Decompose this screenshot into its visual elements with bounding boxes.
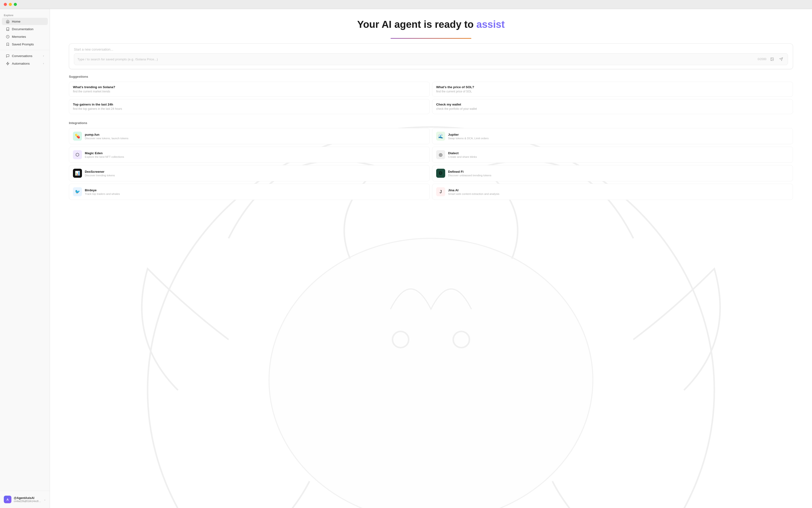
maximize-button[interactable] [14, 3, 17, 6]
integration-desc: Track top traders and whales [85, 193, 426, 195]
integration-icon-pump: 💊 [73, 132, 82, 141]
automations-label: Automations [12, 62, 30, 65]
integration-icon-magic-eden: ⬡ [73, 150, 82, 159]
suggestions-label: Suggestions [69, 75, 793, 78]
suggestion-desc: check the portfolio of your wallet [436, 107, 789, 111]
integration-icon-birdeye: 🐦 [73, 187, 82, 196]
integration-card-defined-fi[interactable]: Ð Defined Fi Discover unbiassed trending… [432, 165, 793, 181]
integration-name: Magic Eden [85, 151, 426, 155]
sidebar: Explore Home Documentation [0, 9, 50, 508]
suggestion-card[interactable]: What's the price of SOL? find the curren… [432, 82, 793, 97]
integration-card-dexscreener[interactable]: 📊 DexScreener Discover trending tokens [69, 165, 430, 181]
gradient-bar [391, 38, 471, 39]
integration-desc: Discover unbiassed trending tokens [448, 174, 789, 177]
suggestion-card[interactable]: What's trending on Solana? find the curr… [69, 82, 430, 97]
integration-icon-defined-fi: Ð [436, 169, 445, 178]
suggestion-desc: find the current market trends [73, 90, 426, 93]
conversation-placeholder: Start a new conversation... [74, 47, 788, 51]
memories-label: Memories [12, 35, 26, 39]
suggestion-title: Check my wallet [436, 103, 789, 106]
automations-icon [6, 61, 9, 65]
integration-desc: Create and share blinks [448, 156, 789, 158]
integration-card-magic-eden[interactable]: ⬡ Magic Eden Explore the best NFT collec… [69, 146, 430, 163]
user-chevron-icon: ⌄ [44, 498, 46, 501]
suggestion-title: What's the price of SOL? [436, 85, 789, 89]
integration-name: Birdeye [85, 188, 426, 192]
char-count: 0/2000 [758, 57, 766, 61]
integrations-grid: 💊 pump.fun Discover new tokens, launch t… [69, 128, 793, 200]
user-id: cm6a226qf01bh14nc88u... [14, 500, 41, 503]
home-icon [6, 19, 9, 23]
conversation-input-wrapper: Start a new conversation... 0/2000 [69, 43, 793, 69]
integration-card-dialect[interactable]: ◎ Dialect Create and share blinks [432, 146, 793, 163]
title-bar [0, 0, 812, 9]
integration-name: DexScreener [85, 170, 426, 173]
integration-name: Dialect [448, 151, 789, 155]
automations-arrow-icon: › [43, 62, 44, 65]
sidebar-item-documentation[interactable]: Documentation [2, 26, 48, 33]
integration-name: Defined Fi [448, 170, 789, 173]
bookmark-icon [6, 42, 9, 46]
conversations-icon [6, 54, 9, 58]
chat-input-bar: 0/2000 [74, 53, 788, 65]
sidebar-item-saved-prompts[interactable]: Saved Prompts [2, 41, 48, 48]
documentation-label: Documentation [12, 27, 34, 31]
user-name: @AgentAxisAI [14, 496, 41, 500]
book-icon [6, 27, 9, 31]
user-info[interactable]: A @AgentAxisAI cm6a226qf01bh14nc88u... ⌄ [2, 494, 48, 505]
integration-desc: Explore the best NFT collections [85, 156, 426, 158]
suggestion-desc: find the top gainers in the last 24 hour… [73, 107, 426, 111]
minimize-button[interactable] [9, 3, 12, 6]
sidebar-item-automations[interactable]: Automations › [2, 60, 48, 67]
svg-point-7 [771, 58, 772, 59]
integration-desc: Smart web content extraction and analysi… [448, 193, 789, 195]
sidebar-item-conversations[interactable]: Conversations › [2, 52, 48, 59]
integration-icon-jupiter: 🌊 [436, 132, 445, 141]
svg-marker-1 [6, 62, 9, 65]
conversations-arrow-icon: › [43, 54, 44, 57]
integration-name: Jupiter [448, 133, 789, 136]
sidebar-item-memories[interactable]: Memories [2, 33, 48, 40]
integration-desc: Discover trending tokens [85, 174, 426, 177]
content-scroll[interactable]: Your AI agent is ready to assist Start a… [50, 9, 812, 508]
integrations-label: Integrations [69, 121, 793, 125]
integration-desc: Discover new tokens, launch tokens [85, 137, 426, 140]
suggestion-card[interactable]: Top gainers in the last 24h find the top… [69, 99, 430, 114]
integration-name: pump.fun [85, 133, 426, 136]
home-label: Home [12, 20, 20, 23]
conversations-label: Conversations [12, 54, 32, 58]
memories-icon [6, 35, 9, 39]
explore-label: Explore [0, 12, 50, 17]
integration-name: Jina AI [448, 188, 789, 192]
saved-prompts-label: Saved Prompts [12, 43, 34, 46]
suggestion-title: What's trending on Solana? [73, 85, 426, 89]
close-button[interactable] [4, 3, 7, 6]
integration-card-jina-ai[interactable]: J Jina AI Smart web content extraction a… [432, 184, 793, 200]
suggestion-title: Top gainers in the last 24h [73, 103, 426, 106]
main-content: Your AI agent is ready to assist Start a… [50, 9, 812, 508]
avatar: A [4, 496, 11, 503]
app-container: Explore Home Documentation [0, 9, 812, 508]
hero-accent: assist [476, 19, 505, 30]
suggestion-card[interactable]: Check my wallet check the portfolio of y… [432, 99, 793, 114]
integration-icon-dexscreener: 📊 [73, 169, 82, 178]
integration-desc: Swap tokens & DCA, Limit orders [448, 137, 789, 140]
image-upload-button[interactable] [769, 56, 775, 62]
integration-icon-jina-ai: J [436, 187, 445, 196]
integration-icon-dialect: ◎ [436, 150, 445, 159]
sidebar-item-home[interactable]: Home [2, 18, 48, 25]
suggestions-grid: What's trending on Solana? find the curr… [69, 82, 793, 114]
suggestion-desc: find the current price of SOL [436, 90, 789, 93]
integration-card-pump[interactable]: 💊 pump.fun Discover new tokens, launch t… [69, 128, 430, 144]
hero-heading: Your AI agent is ready to assist [69, 18, 793, 31]
chat-input[interactable] [78, 57, 755, 61]
integration-card-jupiter[interactable]: 🌊 Jupiter Swap tokens & DCA, Limit order… [432, 128, 793, 144]
sidebar-bottom: A @AgentAxisAI cm6a226qf01bh14nc88u... ⌄ [0, 491, 50, 508]
send-button[interactable] [778, 56, 784, 62]
integration-card-birdeye[interactable]: 🐦 Birdeye Track top traders and whales [69, 184, 430, 200]
